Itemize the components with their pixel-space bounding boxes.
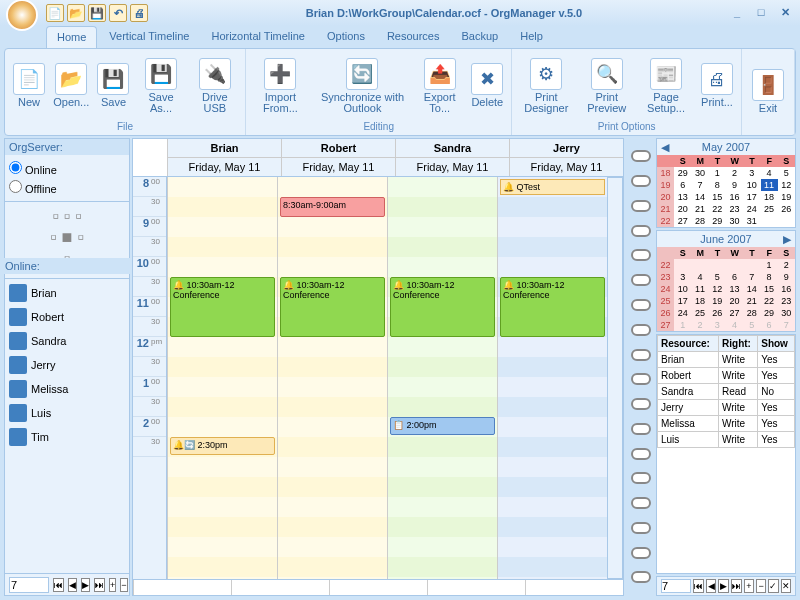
cal-day[interactable]: 7 — [778, 319, 795, 331]
cal-day[interactable]: 23 — [778, 295, 795, 307]
cal-day[interactable]: 30 — [778, 307, 795, 319]
event-830[interactable]: 8:30am-9:00am — [280, 197, 385, 217]
cal-day[interactable]: 20 — [674, 203, 691, 215]
rplus-icon[interactable]: + — [744, 579, 754, 593]
app-orb-icon[interactable] — [6, 0, 38, 31]
last-icon[interactable]: ⏭ — [94, 578, 105, 592]
event-qtest[interactable]: 🔔 QTest — [500, 179, 605, 195]
cal-day[interactable]: 3 — [674, 271, 691, 283]
cal-day[interactable] — [743, 259, 760, 271]
event-230pm[interactable]: 🔔🔄 2:30pm — [170, 437, 275, 455]
plus-icon[interactable]: + — [109, 578, 116, 592]
qat-open-icon[interactable]: 📂 — [67, 4, 85, 22]
rtable-row[interactable]: BrianWriteYes — [658, 352, 795, 368]
cal-day[interactable]: 8 — [761, 271, 778, 283]
cal-day[interactable]: 25 — [761, 203, 778, 215]
cal-day[interactable]: 27 — [674, 215, 691, 227]
cal-day[interactable]: 18 — [761, 191, 778, 203]
cal-day[interactable]: 6 — [761, 319, 778, 331]
save-as--button[interactable]: 💾Save As... — [135, 51, 186, 120]
cal-day[interactable]: 23 — [726, 203, 743, 215]
tab-vertical-timeline[interactable]: Vertical Timeline — [99, 26, 199, 48]
rfirst-icon[interactable]: ⏮ — [693, 579, 704, 593]
cal-day[interactable]: 11 — [761, 179, 778, 191]
rtable-row[interactable]: SandraReadNo — [658, 384, 795, 400]
cal-day[interactable]: 19 — [778, 191, 795, 203]
tab-resources[interactable]: Resources — [377, 26, 450, 48]
print-designer-button[interactable]: ⚙Print Designer — [516, 51, 576, 120]
vscrollbar[interactable] — [607, 177, 623, 579]
cal-day[interactable]: 28 — [743, 307, 760, 319]
close-icon[interactable]: ✕ — [776, 6, 794, 20]
cal-day[interactable]: 30 — [692, 167, 709, 179]
column-robert[interactable]: RobertFriday, May 11 — [281, 139, 395, 176]
cal-day[interactable]: 1 — [761, 259, 778, 271]
cal-day[interactable]: 15 — [761, 283, 778, 295]
cal-day[interactable]: 24 — [674, 307, 691, 319]
cal-day[interactable]: 29 — [674, 167, 691, 179]
cal-day[interactable]: 2 — [778, 259, 795, 271]
new-button[interactable]: 📄New — [9, 51, 49, 120]
rtable-row[interactable]: LuisWriteYes — [658, 432, 795, 448]
cal-day[interactable]: 21 — [692, 203, 709, 215]
event-conference[interactable]: 🔔 10:30am-12 Conference — [280, 277, 385, 337]
prev-icon[interactable]: ◀ — [68, 578, 77, 592]
cal-day[interactable]: 15 — [709, 191, 726, 203]
export-to--button[interactable]: 📤Export To... — [414, 51, 465, 120]
cal-day[interactable]: 21 — [743, 295, 760, 307]
cal-day[interactable]: 27 — [726, 307, 743, 319]
cal-day[interactable]: 9 — [726, 179, 743, 191]
minus-icon[interactable]: − — [120, 578, 127, 592]
daycol-robert[interactable]: 🔔 10:30am-12 Conference8:30am-9:00am — [277, 177, 387, 579]
cal-day[interactable]: 1 — [709, 167, 726, 179]
rpage-input[interactable] — [661, 579, 691, 593]
cal-day[interactable]: 30 — [726, 215, 743, 227]
cal-day[interactable] — [761, 215, 778, 227]
cal-day[interactable]: 25 — [692, 307, 709, 319]
event-conference[interactable]: 🔔 10:30am-12 Conference — [390, 277, 495, 337]
cal-day[interactable] — [692, 259, 709, 271]
user-brian[interactable]: Brian — [7, 281, 127, 305]
tab-backup[interactable]: Backup — [451, 26, 508, 48]
print--button[interactable]: 🖨Print... — [697, 51, 737, 120]
page-setup--button[interactable]: 📰Page Setup... — [637, 51, 695, 120]
minimize-icon[interactable]: _ — [728, 6, 746, 20]
cal-day[interactable]: 16 — [778, 283, 795, 295]
save-button[interactable]: 💾Save — [93, 51, 133, 120]
cal-day[interactable]: 6 — [726, 271, 743, 283]
qat-new-icon[interactable]: 📄 — [46, 4, 64, 22]
prev-month-icon[interactable]: ◀ — [661, 141, 669, 154]
cal-day[interactable]: 16 — [726, 191, 743, 203]
qat-save-icon[interactable]: 💾 — [88, 4, 106, 22]
cal-day[interactable]: 2 — [726, 167, 743, 179]
next-icon[interactable]: ▶ — [81, 578, 90, 592]
user-tim[interactable]: Tim — [7, 425, 127, 449]
rtable-header[interactable]: Resource: — [658, 336, 719, 352]
cal-day[interactable]: 1 — [674, 319, 691, 331]
tab-home[interactable]: Home — [46, 26, 97, 48]
cal-day[interactable] — [674, 259, 691, 271]
synchronize-with-outlook-button[interactable]: 🔄Synchronize with Outlook — [313, 51, 412, 120]
tab-help[interactable]: Help — [510, 26, 553, 48]
cal-day[interactable] — [778, 215, 795, 227]
cal-day[interactable]: 26 — [778, 203, 795, 215]
maximize-icon[interactable]: □ — [752, 6, 770, 20]
daycol-sandra[interactable]: 🔔 10:30am-12 Conference📋 2:00pm — [387, 177, 497, 579]
cal-day[interactable]: 13 — [674, 191, 691, 203]
cal-day[interactable]: 8 — [709, 179, 726, 191]
tab-options[interactable]: Options — [317, 26, 375, 48]
rtable-header[interactable]: Show — [758, 336, 795, 352]
column-brian[interactable]: BrianFriday, May 11 — [167, 139, 281, 176]
cal-day[interactable]: 28 — [692, 215, 709, 227]
cal-day[interactable]: 5 — [709, 271, 726, 283]
cal-day[interactable]: 10 — [743, 179, 760, 191]
print-preview-button[interactable]: 🔍Print Preview — [578, 51, 635, 120]
offline-radio[interactable]: Offline — [9, 178, 125, 197]
event-conference[interactable]: 🔔 10:30am-12 Conference — [500, 277, 605, 337]
event-conference[interactable]: 🔔 10:30am-12 Conference — [170, 277, 275, 337]
cal-day[interactable]: 14 — [692, 191, 709, 203]
qat-undo-icon[interactable]: ↶ — [109, 4, 127, 22]
cal-day[interactable]: 19 — [709, 295, 726, 307]
rminus-icon[interactable]: − — [756, 579, 766, 593]
user-melissa[interactable]: Melissa — [7, 377, 127, 401]
